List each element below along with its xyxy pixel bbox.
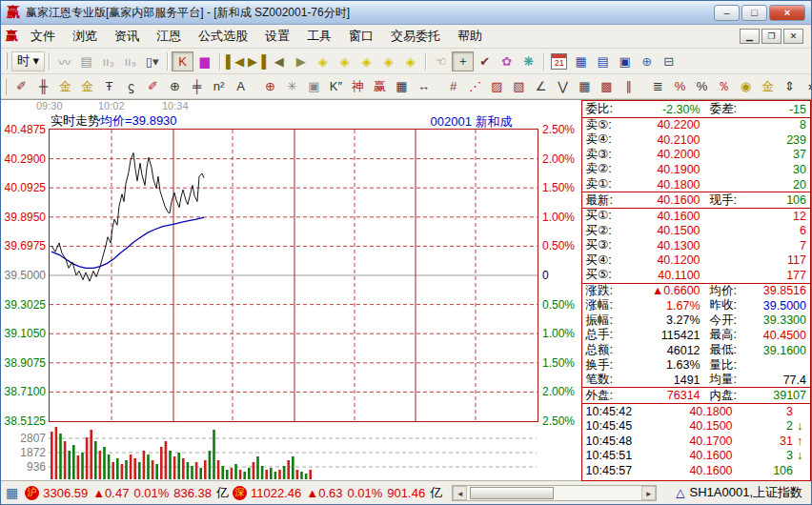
win-indicator-tool[interactable]: 赢: [369, 76, 391, 96]
gold-ratio-comb-1[interactable]: 金: [54, 76, 76, 96]
volume-profile-tool[interactable]: ≣: [647, 76, 669, 96]
red-angle-tool[interactable]: ✐: [142, 76, 164, 96]
vertical-measure-tool[interactable]: ⇕: [779, 76, 801, 96]
printer-button[interactable]: ⊟: [658, 51, 680, 71]
mdi-minimize-button[interactable]: ▁: [740, 29, 760, 44]
mdi-restore-button[interactable]: ❐: [761, 29, 782, 44]
gann-diamond-down[interactable]: ◈: [377, 51, 399, 71]
double-comb-tool[interactable]: ╪: [186, 76, 208, 96]
gold-circle-tool[interactable]: ◉: [735, 76, 757, 96]
gann-fan-tool[interactable]: ⋰: [464, 76, 486, 96]
bid-row-2[interactable]: 买②:40.15006: [582, 223, 810, 238]
menu-item-window[interactable]: 窗口: [340, 25, 382, 48]
percent-retrace-tool[interactable]: %: [669, 76, 691, 96]
angle-lines-tool[interactable]: ∠: [530, 76, 552, 96]
parallel-lines-tool[interactable]: ∥: [618, 76, 639, 96]
current-index-label[interactable]: SH1A0001,上证指数: [690, 484, 803, 501]
menu-item-gann[interactable]: 江恩: [148, 25, 190, 48]
kline-chart[interactable]: K: [172, 51, 193, 71]
prev-page-button[interactable]: ◀: [268, 51, 290, 71]
next-page-button[interactable]: ▶: [290, 51, 312, 71]
price-box-tool[interactable]: #: [442, 76, 464, 96]
gann-diamond-center[interactable]: ◈: [399, 51, 421, 71]
toolbar-grip[interactable]: [5, 78, 7, 95]
price-chart-box[interactable]: [49, 129, 538, 422]
bid-row-3[interactable]: 买③:40.13007: [582, 238, 810, 253]
scroll-thumb[interactable]: [470, 487, 554, 499]
gann-diamond-up[interactable]: ◈: [355, 51, 377, 71]
hand-tool[interactable]: ☜: [430, 51, 452, 71]
menu-item-tools[interactable]: 工具: [298, 25, 340, 48]
shenzhen-index-quote[interactable]: 11022.46 ▲0.63 0.01% 901.46亿: [251, 484, 442, 501]
menu-item-browse[interactable]: 浏览: [64, 25, 106, 48]
smart-analysis-tool[interactable]: ❋: [518, 51, 539, 71]
bid-row-5[interactable]: 买⑤:40.1100177: [582, 268, 810, 283]
numbered-grid-tool[interactable]: ▦: [391, 76, 413, 96]
first-page-button[interactable]: ▌◀: [224, 51, 246, 71]
square-of-nine-tool[interactable]: n²: [208, 76, 230, 96]
box-target-tool[interactable]: ▣: [303, 76, 325, 96]
gann-diamond-right[interactable]: ◈: [334, 51, 355, 71]
horizontal-scrollbar[interactable]: ◄ ►: [452, 485, 657, 501]
kline-period[interactable]: ▯▾: [141, 51, 163, 71]
web-button[interactable]: ⊕: [636, 51, 658, 71]
fibonacci-comb[interactable]: Ŧ: [98, 76, 120, 96]
angle-pen-tool[interactable]: ✐: [10, 76, 32, 96]
percent-line-tool[interactable]: ％: [713, 76, 735, 96]
menu-item-help[interactable]: 帮助: [449, 25, 491, 48]
shen-indicator-tool[interactable]: 神: [347, 76, 369, 96]
ask-row-5[interactable]: 卖⑤:40.22008: [582, 118, 810, 133]
report-button[interactable]: ▤: [592, 51, 614, 71]
minimize-button[interactable]: –: [714, 5, 740, 21]
gann-comb-tool[interactable]: ╫: [32, 76, 54, 96]
info-board[interactable]: ▤: [75, 51, 97, 71]
width-measure-tool[interactable]: ↔: [413, 76, 435, 96]
grid-overlay-tool[interactable]: ▦: [574, 76, 596, 96]
ask-row-1[interactable]: 卖①:40.180020: [582, 177, 810, 192]
minute-9-chart[interactable]: ıı₉: [119, 51, 141, 71]
last-page-button[interactable]: ▶▐: [246, 51, 268, 71]
ask-row-4[interactable]: 卖④:40.2100239: [582, 132, 810, 148]
intraday-chart-area[interactable]: 实时走势均价=39.8930 002001 新和成 09:3010:0210:3…: [1, 100, 581, 479]
ask-row-3[interactable]: 卖③:40.200037: [582, 148, 810, 163]
mdi-close-button[interactable]: ✕: [783, 29, 803, 44]
star-target-tool[interactable]: ✳: [281, 76, 303, 96]
more-tools-overflow[interactable]: »: [801, 76, 812, 96]
chip-distribution-tool[interactable]: ✿: [496, 51, 518, 71]
minute-3-chart[interactable]: ıı₃: [97, 51, 119, 71]
close-button[interactable]: ×: [769, 5, 805, 21]
period-selector[interactable]: 时 ▾: [11, 51, 45, 71]
gold-lines-tool[interactable]: 金: [757, 76, 779, 96]
calculator-button[interactable]: ▦: [570, 51, 592, 71]
menu-item-file[interactable]: 文件: [22, 25, 64, 48]
save-button[interactable]: ▣: [614, 51, 636, 71]
fan-box-tool-1[interactable]: ▨: [486, 76, 508, 96]
color-volume-chart[interactable]: ▆: [193, 51, 215, 71]
trend-mode[interactable]: 〰: [53, 51, 75, 71]
circle-grid-tool[interactable]: ⊕: [164, 76, 186, 96]
bid-row-4[interactable]: 买④:40.1200117: [582, 252, 810, 268]
market-grid-icon[interactable]: ▦: [6, 485, 18, 500]
spiral-comb[interactable]: ϛ: [120, 76, 142, 96]
gold-ratio-comb-2[interactable]: 金: [76, 76, 98, 96]
menu-item-news[interactable]: 资讯: [106, 25, 148, 48]
menu-item-settings[interactable]: 设置: [256, 25, 298, 48]
k-notation-tool[interactable]: K″: [325, 76, 347, 96]
scroll-right-arrow[interactable]: ►: [641, 486, 656, 500]
shanghai-index-quote[interactable]: 3306.59 ▲0.47 0.01% 836.38亿: [43, 484, 229, 501]
fan-box-tool-2[interactable]: ▧: [508, 76, 530, 96]
menu-item-formula-picker[interactable]: 公式选股: [190, 25, 256, 48]
bid-row-1[interactable]: 买①:40.160012: [582, 209, 810, 224]
percent-tool[interactable]: %: [691, 76, 713, 96]
crosshair-tool[interactable]: ＋: [452, 51, 474, 71]
calendar-button[interactable]: 21: [548, 51, 570, 71]
scroll-track[interactable]: [467, 486, 641, 500]
gann-diamond-left[interactable]: ◈: [312, 51, 334, 71]
volume-pane[interactable]: [49, 424, 538, 479]
text-label-tool[interactable]: A: [230, 76, 252, 96]
v-lines-tool[interactable]: ⋁: [552, 76, 574, 96]
measure-check-tool[interactable]: ✔: [474, 51, 496, 71]
title-bar[interactable]: 赢 赢家江恩专业版[赢家内部服务平台] - [新和成 SZ002001-76分时…: [1, 1, 811, 25]
scroll-left-arrow[interactable]: ◄: [453, 486, 467, 500]
red-grid-overlay-tool[interactable]: ▩: [596, 76, 618, 96]
